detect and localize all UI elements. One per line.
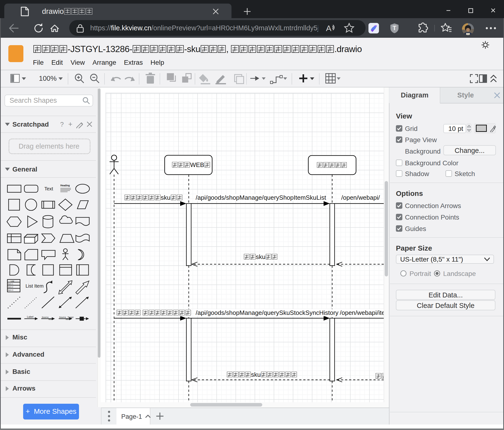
svg-text:A: A <box>326 24 332 33</box>
svg-text:100%: 100% <box>39 75 57 82</box>
svg-text:Target: Target <box>68 316 74 318</box>
svg-text:Text: Text <box>44 186 53 191</box>
svg-text:label: label <box>48 318 53 320</box>
svg-text:Item 2: Item 2 <box>8 286 13 288</box>
svg-text:List Item: List Item <box>26 283 44 289</box>
svg-text:Item 3: Item 3 <box>8 289 13 291</box>
svg-text:Source: Source <box>42 316 49 318</box>
svg-text:Heading: Heading <box>60 184 70 187</box>
svg-text:Label: Label <box>27 315 33 318</box>
svg-text:T: T <box>393 24 396 32</box>
svg-text:Source: Source <box>59 316 66 318</box>
svg-text:Item 1: Item 1 <box>8 283 13 285</box>
svg-text:List: List <box>11 280 14 282</box>
